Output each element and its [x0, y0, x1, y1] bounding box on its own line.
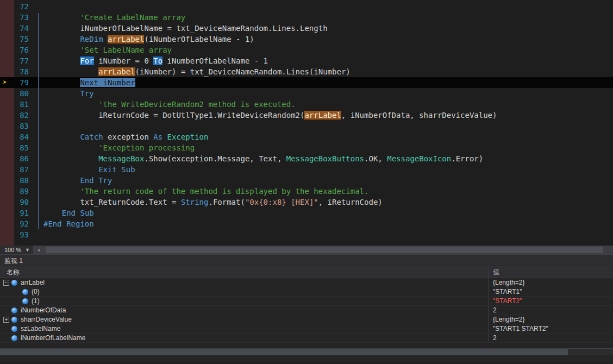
variable-value[interactable]: "START2"	[488, 297, 613, 305]
variable-value[interactable]: 2	[488, 306, 613, 315]
breakpoint-margin-cell[interactable]	[0, 229, 14, 240]
breakpoint-margin-cell[interactable]	[0, 34, 14, 45]
watch-row[interactable]: (0)"START1"	[0, 287, 613, 297]
code-line[interactable]: 77 For iNumber = 0 To iNumberOfLabelName…	[0, 55, 613, 66]
breakpoint-margin-cell[interactable]	[0, 197, 14, 208]
breakpoint-margin-cell[interactable]	[0, 131, 14, 142]
expander-placeholder	[14, 289, 20, 295]
code-line[interactable]: 73 'Create LabelName array	[0, 12, 613, 23]
code-line[interactable]: 90 txt_ReturnCode.Text = String.Format("…	[0, 197, 613, 208]
code-line[interactable]: 78 arrLabel(iNumber) = txt_DeviceNameRan…	[0, 66, 613, 77]
code-line[interactable]: ➤79 Next iNumber	[0, 77, 613, 88]
code-line[interactable]: 89 'The return code of the method is dis…	[0, 186, 613, 197]
watch-row[interactable]: −arrLabel{Length=2}	[0, 278, 613, 287]
code-token: iNumberOfLabelName - 1	[162, 57, 268, 65]
watch-panel: 监视 1 名称 值 −arrLabel{Length=2}(0)"START1"…	[0, 254, 613, 363]
code-text	[43, 229, 613, 240]
breakpoint-margin-cell[interactable]	[0, 175, 14, 186]
watch-row[interactable]: (1)"START2"	[0, 297, 613, 306]
breakpoint-margin-cell[interactable]	[0, 88, 14, 99]
code-token: Next iNumber	[80, 78, 135, 87]
code-token: .OK,	[364, 154, 387, 163]
breakpoint-margin-cell[interactable]	[0, 99, 14, 110]
watch-row[interactable]: szLabelName"START1 START2"	[0, 324, 613, 334]
code-line[interactable]: 93	[0, 229, 613, 240]
scroll-left-icon[interactable]: ◄	[34, 246, 43, 254]
code-text: Catch exception As Exception	[43, 131, 613, 142]
variable-value[interactable]: {Length=2}	[488, 278, 613, 287]
variable-value[interactable]: "START1"	[488, 287, 613, 296]
code-line[interactable]: 74 iNumberOfLabelName = txt_DeviceNameRa…	[0, 23, 613, 34]
breakpoint-margin-cell[interactable]: ➤	[0, 77, 14, 88]
code-line[interactable]: 81 'the WriteDeviceRandom2 method is exe…	[0, 99, 613, 110]
code-line[interactable]: 80 Try	[0, 88, 613, 99]
watch-title: 监视 1	[0, 255, 613, 267]
breakpoint-margin-cell[interactable]	[0, 208, 14, 218]
variable-icon	[11, 280, 17, 286]
watch-row[interactable]: +sharrDeviceValue{Length=2}	[0, 315, 613, 324]
variable-name: sharrDeviceValue	[21, 315, 72, 324]
code-token: End	[62, 209, 76, 217]
line-number: 85	[14, 142, 33, 153]
watch-horizontal-scrollbar[interactable]	[0, 348, 613, 355]
code-line[interactable]: 91 End Sub	[0, 208, 613, 218]
code-line[interactable]: 76 'Set LabelName array	[0, 45, 613, 55]
breakpoint-margin-cell[interactable]	[0, 110, 14, 121]
breakpoint-margin-cell[interactable]	[0, 12, 14, 23]
watch-scrollbar-thumb[interactable]	[0, 349, 568, 355]
code-line[interactable]: 92#End Region	[0, 218, 613, 229]
code-token: Sub	[80, 209, 93, 217]
collapse-icon[interactable]: −	[3, 280, 9, 286]
code-text: Exit Sub	[43, 164, 613, 175]
code-line[interactable]: 75 ReDim arrLabel(iNumberOfLabelName - 1…	[0, 34, 613, 45]
breakpoint-margin-cell[interactable]	[0, 55, 14, 66]
code-token: MessageBoxButtons	[286, 154, 364, 163]
variable-icon	[11, 335, 17, 341]
code-token: 'The return code of the method is displa…	[43, 187, 368, 196]
code-token: Try	[98, 176, 112, 185]
breakpoint-margin-cell[interactable]	[0, 153, 14, 164]
expand-icon[interactable]: +	[3, 317, 9, 323]
breakpoint-margin-cell[interactable]	[0, 142, 14, 153]
code-token	[94, 176, 98, 185]
line-number: 91	[14, 208, 33, 218]
code-token: End	[80, 176, 93, 185]
breakpoint-margin-cell[interactable]	[0, 121, 14, 131]
code-line[interactable]: 88 End Try	[0, 175, 613, 186]
code-line[interactable]: 83	[0, 121, 613, 131]
code-text: iNumberOfLabelName = txt_DeviceNameRando…	[43, 23, 613, 34]
breakpoint-margin-cell[interactable]	[0, 186, 14, 197]
breakpoint-margin-cell[interactable]	[0, 218, 14, 229]
code-editor[interactable]: 7273 'Create LabelName array74 iNumberOf…	[0, 0, 613, 246]
code-text: 'Set LabelName array	[43, 45, 613, 55]
code-token	[43, 57, 80, 65]
code-line[interactable]: 82 iReturnCode = DotUtlType1.WriteDevice…	[0, 110, 613, 121]
code-token	[43, 78, 80, 87]
breakpoint-margin-cell[interactable]	[0, 45, 14, 55]
code-line[interactable]: 87 Exit Sub	[0, 164, 613, 175]
breakpoint-margin-cell[interactable]	[0, 66, 14, 77]
breakpoint-margin-cell[interactable]	[0, 1, 14, 12]
editor-scrollbar-thumb[interactable]	[46, 247, 603, 253]
code-token: iNumberOfLabelName = txt_DeviceNameRando…	[43, 24, 328, 33]
code-line[interactable]: 72	[0, 1, 613, 12]
watch-name-cell: (0)	[0, 287, 488, 296]
variable-value[interactable]: 2	[488, 334, 613, 342]
code-token	[43, 133, 80, 141]
code-line[interactable]: 85 'Exception processing	[0, 142, 613, 153]
code-line[interactable]: 86 MessageBox.Show(exception.Message, Te…	[0, 153, 613, 164]
breakpoint-margin-cell[interactable]	[0, 164, 14, 175]
zoom-control[interactable]: 100 % ▼	[0, 246, 34, 254]
breakpoint-margin-cell[interactable]	[0, 23, 14, 34]
current-statement-arrow-icon: ➤	[3, 77, 7, 88]
watch-row[interactable]: iNumberOfData2	[0, 306, 613, 315]
code-token: , iNumberOfData, sharrDeviceValue)	[341, 111, 497, 120]
editor-horizontal-scrollbar[interactable]	[43, 246, 613, 254]
code-text: End Sub	[43, 208, 613, 218]
watch-row[interactable]: iNumberOfLabelName2	[0, 334, 613, 343]
code-token: .Show(exception.Message, Text,	[144, 154, 286, 163]
code-token: txt_ReturnCode.Text =	[43, 198, 181, 206]
variable-value[interactable]: "START1 START2"	[488, 324, 613, 333]
code-line[interactable]: 84 Catch exception As Exception	[0, 131, 613, 142]
variable-value[interactable]: {Length=2}	[488, 315, 613, 324]
